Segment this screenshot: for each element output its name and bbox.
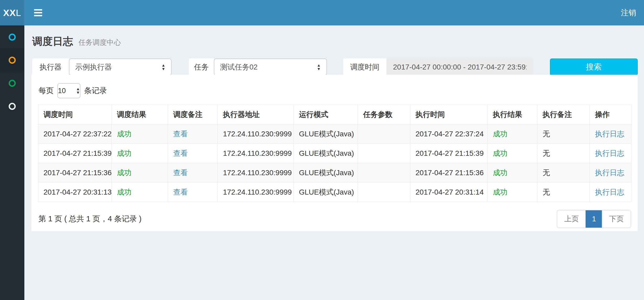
- time-filter-label: 调度时间: [343, 58, 386, 76]
- dashboard-circle-icon: [9, 34, 16, 41]
- time-range-input[interactable]: [386, 58, 533, 76]
- pager: 上页 1 下页: [557, 210, 631, 228]
- cell-run_mode: GLUE模式(Java): [294, 124, 358, 144]
- cell-executor_address: 172.24.110.230:9999: [218, 183, 294, 202]
- per-page-suffix: 条记录: [84, 85, 107, 96]
- select-arrows-icon: ▲▼: [76, 87, 80, 94]
- view-link[interactable]: 查看: [173, 188, 188, 196]
- cell-job_param: [358, 144, 410, 163]
- log-table: 调度时间调度结果调度备注执行器地址运行模式任务参数执行时间执行结果执行备注操作 …: [38, 105, 631, 202]
- cell-dispatch_result: 成功: [112, 163, 168, 183]
- col-dispatch_remark: 调度备注: [168, 105, 218, 124]
- per-page-select[interactable]: 10 ▲▼: [57, 83, 80, 98]
- sidebar-item-dashboard[interactable]: [0, 25, 24, 49]
- cell-exec_result: 成功: [488, 144, 537, 163]
- cell-dispatch_time: 2017-04-27 22:37:22: [38, 124, 112, 144]
- cell-run_mode: GLUE模式(Java): [294, 183, 358, 202]
- cell-exec_remark: 无: [537, 124, 590, 144]
- logo-text-bold: XX: [3, 8, 16, 18]
- col-exec_time: 执行时间: [410, 105, 488, 124]
- main-content: 调度日志 任务调度中心 执行器 示例执行器 ▲▼ 任务 测试任务02 ▲▼ 调度…: [24, 25, 644, 300]
- pagination-info: 第 1 页 ( 总共 1 页，4 条记录 ): [39, 214, 141, 224]
- help-circle-icon: [9, 103, 16, 110]
- cell-dispatch_time: 2017-04-27 21:15:39: [38, 144, 112, 163]
- select-arrows-icon: ▲▼: [161, 63, 165, 71]
- view-link[interactable]: 查看: [173, 149, 188, 157]
- cell-dispatch_remark: 查看: [168, 144, 218, 163]
- status-success: 成功: [493, 149, 507, 157]
- exec-log-link[interactable]: 执行日志: [595, 188, 624, 196]
- job-select[interactable]: 测试任务02 ▲▼: [214, 58, 327, 76]
- sidebar-item-job-log[interactable]: [0, 49, 24, 72]
- page-title: 调度日志: [32, 36, 73, 47]
- executor-select[interactable]: 示例执行器 ▲▼: [69, 58, 172, 76]
- cell-exec_result: 成功: [488, 183, 537, 202]
- app-logo[interactable]: XXL: [0, 0, 24, 25]
- col-job_param: 任务参数: [358, 105, 410, 124]
- top-navbar: XXL 注销: [0, 0, 644, 25]
- cell-exec_time: 2017-04-27 20:31:14: [410, 183, 488, 202]
- cell-exec_time: 2017-04-27 22:37:24: [410, 124, 488, 144]
- cell-executor_address: 172.24.110.230:9999: [218, 163, 294, 183]
- select-arrows-icon: ▲▼: [317, 63, 321, 71]
- view-link[interactable]: 查看: [173, 130, 188, 138]
- executor-select-value: 示例执行器: [75, 62, 112, 72]
- view-link[interactable]: 查看: [173, 169, 188, 177]
- next-page-button[interactable]: 下页: [602, 210, 631, 228]
- cell-dispatch_remark: 查看: [168, 183, 218, 202]
- col-executor_address: 执行器地址: [218, 105, 294, 124]
- cell-exec_remark: 无: [537, 163, 590, 183]
- cell-operation: 执行日志: [590, 163, 631, 183]
- cell-exec_time: 2017-04-27 21:15:39: [410, 144, 488, 163]
- status-success: 成功: [117, 188, 132, 196]
- cell-dispatch_time: 2017-04-27 20:31:13: [38, 183, 112, 202]
- sidebar-item-job-manage[interactable]: [0, 72, 24, 95]
- logo-text-light: L: [16, 8, 21, 18]
- status-success: 成功: [493, 188, 507, 196]
- exec-log-link[interactable]: 执行日志: [595, 149, 624, 157]
- executor-filter-label: 执行器: [32, 58, 69, 76]
- status-success: 成功: [117, 169, 132, 177]
- exec-log-link[interactable]: 执行日志: [595, 169, 624, 177]
- cell-run_mode: GLUE模式(Java): [294, 163, 358, 183]
- status-success: 成功: [493, 169, 507, 177]
- cell-job_param: [358, 183, 410, 202]
- exec-log-link[interactable]: 执行日志: [595, 130, 624, 138]
- per-page-control: 每页 10 ▲▼ 条记录: [39, 83, 631, 98]
- col-operation: 操作: [590, 105, 631, 124]
- page-header: 调度日志 任务调度中心: [24, 25, 644, 55]
- cell-operation: 执行日志: [590, 144, 631, 163]
- per-page-value: 10: [58, 87, 66, 95]
- table-row: 2017-04-27 21:15:39成功查看172.24.110.230:99…: [38, 144, 631, 163]
- col-run_mode: 运行模式: [294, 105, 358, 124]
- prev-page-button[interactable]: 上页: [557, 210, 586, 228]
- table-row: 2017-04-27 22:37:22成功查看172.24.110.230:99…: [38, 124, 631, 144]
- cell-dispatch_remark: 查看: [168, 124, 218, 144]
- cell-exec_remark: 无: [537, 183, 590, 202]
- col-exec_remark: 执行备注: [537, 105, 590, 124]
- search-button[interactable]: 搜索: [550, 58, 638, 76]
- job-select-value: 测试任务02: [220, 62, 258, 72]
- cell-exec_remark: 无: [537, 144, 590, 163]
- logout-button[interactable]: 注销: [613, 0, 644, 25]
- job-filter-label: 任务: [189, 58, 214, 76]
- table-row: 2017-04-27 21:15:36成功查看172.24.110.230:99…: [38, 163, 631, 183]
- job-log-circle-icon: [9, 57, 16, 64]
- cell-executor_address: 172.24.110.230:9999: [218, 124, 294, 144]
- cell-job_param: [358, 124, 410, 144]
- sidebar-toggle-icon[interactable]: [31, 7, 45, 19]
- per-page-prefix: 每页: [39, 85, 54, 96]
- status-success: 成功: [117, 149, 132, 157]
- cell-dispatch_result: 成功: [112, 183, 168, 202]
- table-header-row: 调度时间调度结果调度备注执行器地址运行模式任务参数执行时间执行结果执行备注操作: [38, 105, 631, 124]
- log-list-panel: 每页 10 ▲▼ 条记录 调度时间调度结果调度备注执行器地址运行模式任务参数执行…: [31, 75, 638, 231]
- page-subtitle: 任务调度中心: [78, 39, 121, 46]
- cell-job_param: [358, 163, 410, 183]
- current-page-button[interactable]: 1: [586, 210, 602, 228]
- sidebar-item-help[interactable]: [0, 95, 24, 118]
- cell-dispatch_remark: 查看: [168, 163, 218, 183]
- status-success: 成功: [117, 130, 132, 138]
- filter-bar: 执行器 示例执行器 ▲▼ 任务 测试任务02 ▲▼ 调度时间 搜索: [32, 58, 638, 76]
- cell-dispatch_result: 成功: [112, 144, 168, 163]
- job-manage-circle-icon: [9, 80, 16, 87]
